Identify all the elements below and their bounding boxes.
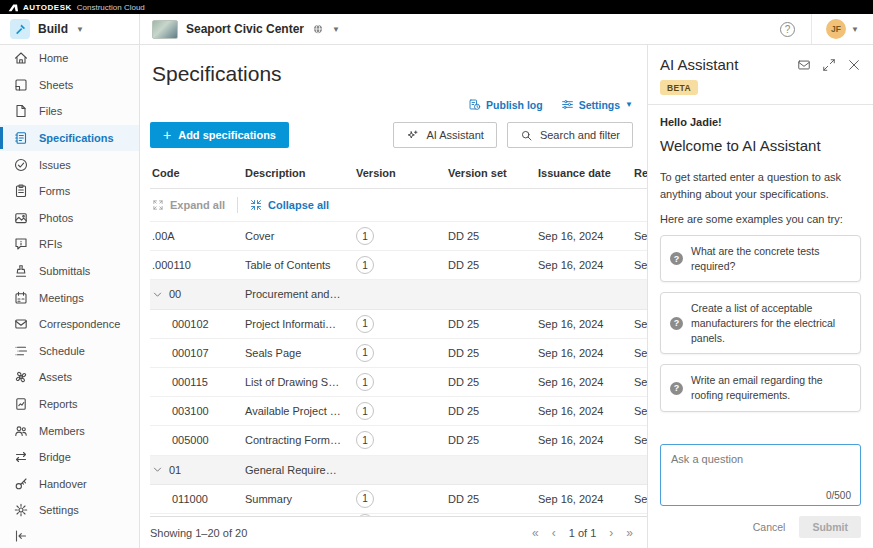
sidebar-item-correspondence[interactable]: Correspondence (0, 311, 139, 338)
next-page-icon[interactable]: › (609, 526, 613, 540)
submittals-icon (13, 263, 29, 279)
column-header: Version set (446, 167, 536, 179)
ai-panel-body: Hello Jadie! Welcome to AI Assistant To … (648, 105, 873, 436)
forms-icon (13, 183, 29, 199)
main-content: Specifications Publish log Settings ▼ + … (140, 45, 647, 548)
account-menu[interactable]: JF ▼ (811, 14, 859, 44)
version-badge: 1 (356, 315, 374, 333)
feedback-envelope-icon[interactable] (797, 58, 811, 72)
sidebar-item-home[interactable]: Home (0, 45, 139, 72)
table-row[interactable]: .000110Table of Contents1DD 25Sep 16, 20… (150, 251, 647, 280)
sidebar-item-reports[interactable]: Reports (0, 391, 139, 418)
sidebar-item-issues[interactable]: Issues (0, 151, 139, 178)
close-icon[interactable] (847, 58, 861, 72)
showing-count: Showing 1–20 of 20 (150, 527, 247, 539)
plus-icon: + (163, 127, 171, 143)
ai-panel-title: AI Assistant (660, 56, 738, 73)
meetings-icon (13, 290, 29, 306)
beta-badge: BETA (660, 80, 698, 95)
bridge-icon (13, 449, 29, 465)
ai-assistant-button[interactable]: AI Assistant (393, 122, 496, 148)
assets-icon (13, 369, 29, 385)
chevron-down-icon[interactable] (152, 289, 163, 300)
expand-panel-icon[interactable] (822, 58, 836, 72)
specifications-table: CodeDescriptionVersionVersion setIssuanc… (150, 161, 647, 517)
chevron-down-icon: ▼ (851, 25, 859, 34)
sidebar-item-sheets[interactable]: Sheets (0, 72, 139, 99)
table-row[interactable]: 011000Summary1DD 25Sep 16, 2024Se (150, 485, 647, 514)
sidebar-item-photos[interactable]: Photos (0, 205, 139, 232)
search-and-filter-button[interactable]: Search and filter (507, 122, 633, 148)
header-actions: ? JF ▼ (780, 14, 873, 44)
table-toolbar: Expand all Collapse all (150, 189, 647, 222)
ai-suggestion-card[interactable]: ?Write an email regarding the roofing re… (660, 364, 861, 411)
sidebar-item-handover[interactable]: Handover (0, 471, 139, 498)
submit-button[interactable]: Submit (799, 516, 861, 538)
files-icon (13, 103, 29, 119)
ai-intro-text: To get started enter a question to ask a… (660, 169, 861, 202)
ai-actions: Cancel Submit (648, 510, 873, 548)
table-header-row: CodeDescriptionVersionVersion setIssuanc… (150, 161, 647, 189)
collapse-all-button[interactable]: Collapse all (250, 199, 329, 211)
table-row[interactable]: 005000Contracting Form…1DD 25Sep 16, 202… (150, 426, 647, 455)
autodesk-logo-icon (8, 3, 18, 12)
sidebar-item-specifications[interactable]: Specifications (0, 125, 139, 152)
ai-assistant-panel: AI Assistant BETA Hello Jadie! Welcome t… (647, 45, 873, 548)
publish-log-link[interactable]: Publish log (468, 98, 543, 111)
chevron-down-icon: ▼ (625, 100, 633, 109)
table-row[interactable]: 000107Seals Page1DD 25Sep 16, 2024Se (150, 339, 647, 368)
version-badge: 1 (356, 490, 374, 508)
ask-question-input[interactable] (669, 451, 852, 489)
cancel-button[interactable]: Cancel (753, 521, 786, 533)
table-row[interactable]: 000115List of Drawing S…1DD 25Sep 16, 20… (150, 368, 647, 397)
sidebar-item-submittals[interactable]: Submittals (0, 258, 139, 285)
project-thumbnail (152, 20, 178, 39)
column-header: Issuance date (536, 167, 632, 179)
question-mark-icon: ? (670, 317, 683, 330)
ai-suggestion-card[interactable]: ?Create a list of acceptable manufacture… (660, 292, 861, 354)
settings-link[interactable]: Settings ▼ (561, 98, 633, 111)
ai-panel-header: AI Assistant BETA (648, 45, 873, 105)
table-row[interactable]: 000102Project Informati…1DD 25Sep 16, 20… (150, 310, 647, 339)
sidebar-item-members[interactable]: Members (0, 417, 139, 444)
sidebar-item-forms[interactable]: Forms (0, 178, 139, 205)
table-group-row[interactable]: 00Procurement and… (150, 280, 647, 309)
table-group-row[interactable]: 01General Require… (150, 456, 647, 485)
settings-icon (13, 502, 29, 518)
first-page-icon[interactable]: « (532, 526, 539, 540)
chevron-down-icon[interactable] (152, 464, 163, 475)
ai-input-area: 0/500 (648, 436, 873, 510)
ai-greeting: Hello Jadie! (660, 116, 861, 128)
project-selector[interactable]: Seaport Civic Center ▼ (140, 14, 352, 44)
expand-all-button[interactable]: Expand all (152, 199, 225, 211)
globe-icon (312, 23, 324, 35)
version-badge: 1 (356, 227, 374, 245)
sidebar-item-files[interactable]: Files (0, 98, 139, 125)
sidebar-item-settings[interactable]: Settings (0, 497, 139, 524)
sidebar-item-assets[interactable]: Assets (0, 364, 139, 391)
collapse-sidebar-icon (13, 528, 126, 544)
table-row[interactable]: 003100Available Project …1DD 25Sep 16, 2… (150, 397, 647, 426)
help-icon[interactable]: ? (780, 22, 795, 37)
autodesk-topbar: AUTODESK Construction Cloud (0, 0, 873, 14)
prev-page-icon[interactable]: ‹ (552, 526, 556, 540)
issues-icon (13, 157, 29, 173)
page-indicator: 1 of 1 (569, 527, 597, 539)
collapse-sidebar-button[interactable] (0, 524, 139, 548)
version-badge: 1 (356, 373, 374, 391)
sidebar-item-bridge[interactable]: Bridge (0, 444, 139, 471)
module-label: Build (38, 22, 68, 36)
add-specifications-button[interactable]: + Add specifications (150, 122, 289, 148)
version-badge: 1 (356, 256, 374, 274)
ai-suggestions: ?What are the concrete tests required??C… (660, 235, 861, 412)
project-name: Seaport Civic Center (186, 22, 304, 36)
specifications-icon (13, 130, 29, 146)
sidebar-item-meetings[interactable]: Meetings (0, 284, 139, 311)
sidebar-item-rfis[interactable]: RFIs (0, 231, 139, 258)
ai-suggestion-card[interactable]: ?What are the concrete tests required? (660, 235, 861, 282)
version-badge: 1 (356, 431, 374, 449)
last-page-icon[interactable]: » (626, 526, 633, 540)
sidebar-item-schedule[interactable]: Schedule (0, 338, 139, 365)
module-selector[interactable]: Build ▼ (0, 14, 140, 44)
table-row[interactable]: .00ACover1DD 25Sep 16, 2024Se (150, 222, 647, 251)
